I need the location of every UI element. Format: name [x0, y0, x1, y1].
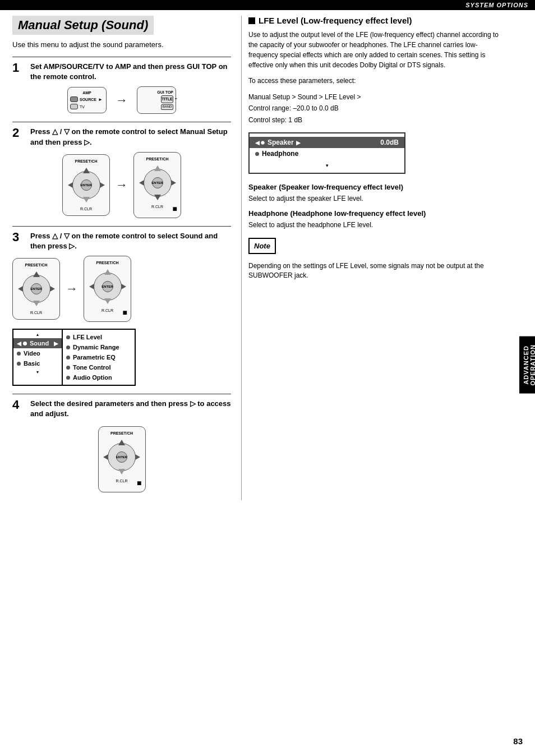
- headphone-subsection: Headphone (Headphone low-frequency effec…: [248, 209, 506, 230]
- menu-item-dynamic-range: Dynamic Range: [63, 342, 135, 352]
- speaker-subsection-text: Select to adjust the speaker LFE level.: [248, 193, 506, 204]
- gui-top-diagram: GUI TOP TITLE BAND ╴: [137, 86, 176, 114]
- step-text-4: Select the desired parameters and then p…: [30, 399, 231, 419]
- note-box: Note: [248, 238, 276, 254]
- lfe-headphone-row: Headphone: [250, 148, 404, 159]
- speaker-subsection-title: Speaker (Speaker low-frequency effect le…: [248, 183, 506, 191]
- note-section: Note Depending on the settings of LFE Le…: [248, 238, 506, 280]
- menu-item-tone-control: Tone Control: [63, 362, 135, 372]
- menu-item-parametric-eq: Parametric EQ: [63, 352, 135, 362]
- step-2: 2 Press △ / ▽ on the remote control to s…: [12, 122, 231, 218]
- dpad-diagram-2a: PRESET/CH ENTER R.CLR: [62, 154, 110, 216]
- lfe-access-text: To access these parameters, select:: [248, 76, 506, 86]
- step1-arrow: →: [116, 93, 128, 108]
- header-bar: SYSTEM OPTIONS: [0, 0, 535, 10]
- lfe-section: LFE Level (Low-frequency effect level) U…: [248, 16, 506, 174]
- menu-left-panel: ▴ ◀ Sound ▶ Video Basic: [12, 329, 63, 386]
- step-number-1: 1: [12, 62, 28, 74]
- lfe-body-text: Use to adjust the output level of the LF…: [248, 30, 506, 70]
- step3-arrow: →: [66, 282, 78, 296]
- dpad-diagram-3b: PRESET/CH ENTER R.CLR ■: [84, 256, 131, 322]
- menu-item-video: Video: [13, 348, 62, 358]
- speaker-subsection: Speaker (Speaker low-frequency effect le…: [248, 183, 506, 204]
- lfe-speaker-row: ◀ Speaker ▶ 0.0dB: [250, 137, 404, 148]
- dpad-diagram-3a: PRESET/CH ENTER R.CLR: [12, 258, 60, 320]
- side-tab: ADVANCED OPERATION: [519, 336, 535, 394]
- note-title: Note: [254, 242, 270, 250]
- step-number-4: 4: [12, 399, 28, 411]
- step-number-3: 3: [12, 231, 28, 243]
- step3-menu-panel: ▴ ◀ Sound ▶ Video Basic: [12, 329, 231, 386]
- step-text-2: Press △ / ▽ on the remote control to sel…: [30, 127, 231, 147]
- lfe-path-info: Manual Setup > Sound > LFE Level > Contr…: [248, 91, 506, 126]
- lfe-screen: ◀ Speaker ▶ 0.0dB Headphone ▾: [248, 132, 405, 174]
- amp-source-tv-diagram: AMP SOURCE ► TV: [67, 87, 107, 113]
- menu-item-basic: Basic: [13, 358, 62, 368]
- section-title-square: [248, 17, 255, 24]
- step-number-2: 2: [12, 127, 28, 139]
- step-3: 3 Press △ / ▽ on the remote control to s…: [12, 226, 231, 386]
- dpad-diagram-2b: PRESET/CH ENTER R.CLR ■: [133, 152, 181, 218]
- step-1: 1 Set AMP/SOURCE/TV to AMP and then pres…: [12, 57, 231, 114]
- dpad-diagram-4: PRESET/CH ENTER R.CLR ■: [98, 426, 146, 492]
- subtitle: Use this menu to adjust the sound parame…: [12, 40, 231, 49]
- lfe-section-title: LFE Level (Low-frequency effect level): [248, 16, 506, 25]
- page-number: 83: [513, 736, 523, 746]
- right-column: LFE Level (Low-frequency effect level) U…: [241, 16, 516, 500]
- system-options-label: SYSTEM OPTIONS: [465, 2, 528, 8]
- step-text-3: Press △ / ▽ on the remote control to sel…: [30, 231, 231, 251]
- menu-item-audio-option: Audio Option: [63, 372, 135, 382]
- headphone-subsection-text: Select to adjust the headphone LFE level…: [248, 220, 506, 230]
- step-text-1: Set AMP/SOURCE/TV to AMP and then press …: [30, 62, 231, 82]
- step2-arrow: →: [116, 178, 128, 192]
- headphone-subsection-title: Headphone (Headphone low-frequency effec…: [248, 209, 506, 218]
- left-column: Manual Setup (Sound) Use this menu to ad…: [0, 16, 241, 500]
- menu-item-lfe: LFE Level: [63, 332, 135, 342]
- menu-item-sound: ◀ Sound ▶: [13, 338, 62, 348]
- note-text: Depending on the settings of LFE Level, …: [248, 261, 506, 280]
- menu-right-panel: LFE Level Dynamic Range Parametric EQ To…: [63, 329, 136, 386]
- step-4: 4 Select the desired parameters and then…: [12, 394, 231, 492]
- page-title: Manual Setup (Sound): [12, 16, 154, 35]
